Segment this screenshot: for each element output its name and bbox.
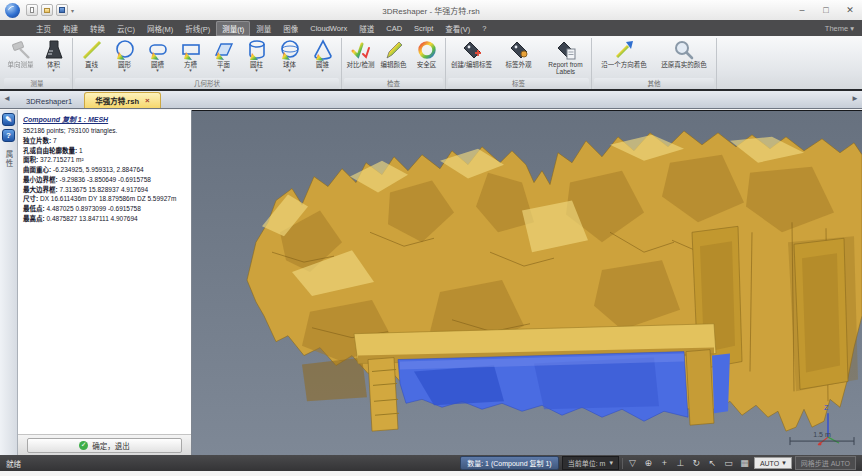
create-edit-labels-button[interactable]: 创建/编辑标签 — [448, 38, 495, 68]
properties-panel-tab[interactable]: 属性 — [3, 150, 14, 169]
menu-tab-help[interactable]: ? — [476, 22, 492, 35]
stat-holes: 孔或自由轮廓数量: 1 — [23, 146, 186, 156]
compare-inspect-button[interactable]: 对比/检测 — [344, 38, 377, 68]
chevron-down-icon[interactable]: ▾ — [123, 68, 126, 73]
annotate-icon[interactable]: ✎ — [2, 113, 15, 126]
plane-button[interactable]: 平面 ▾ — [207, 38, 240, 73]
tag-report-icon — [555, 39, 577, 61]
tab-scroll-right-icon[interactable]: ► — [851, 94, 859, 103]
open-file-icon[interactable] — [41, 4, 53, 16]
grid-step-field[interactable]: 网格步进 AUTO — [795, 456, 856, 470]
close-tab-icon[interactable]: × — [145, 96, 150, 105]
group-label-inspect: 检查 — [344, 78, 443, 89]
menu-tab-cloudworx[interactable]: CloudWorx — [304, 22, 353, 35]
filter-icon[interactable]: ▽ — [626, 457, 639, 470]
stat-centroid: 曲面重心: -6.234925, 5.959313, 2.884764 — [23, 165, 186, 175]
menu-tab-measure2[interactable]: 测量 — [250, 21, 277, 36]
sphere-icon — [279, 39, 301, 61]
main-area: ✎ ? 属性 Compound 复制 1 : MESH 352186 point… — [0, 110, 862, 455]
theme-selector[interactable]: Theme ▾ — [825, 24, 854, 33]
menu-tab-cloud[interactable]: 云(C) — [111, 21, 141, 36]
compare-icon — [350, 39, 372, 61]
report-from-labels-button[interactable]: Report from Labels — [542, 38, 589, 76]
chevron-down-icon[interactable]: ▾ — [222, 68, 225, 73]
magnifier-icon — [673, 39, 695, 61]
left-side-strip: ✎ ? 属性 — [0, 110, 18, 455]
doc-tab-huaqiangfangte-active[interactable]: 华强方特.rsh × — [84, 92, 160, 108]
viewport-3d[interactable]: Z 1.5 m — [192, 110, 862, 455]
pick-icon[interactable]: ↖ — [706, 457, 719, 470]
label-appearance-button[interactable]: 标签外观 — [495, 38, 542, 68]
grid-icon[interactable]: ▦ — [738, 457, 751, 470]
edit-colors-button[interactable]: 编辑颜色 — [377, 38, 410, 68]
group-label-other: 其他 — [594, 78, 714, 89]
restore-colors-button[interactable]: 还原真实的颜色 — [654, 38, 714, 68]
tab-scroll-left-icon[interactable]: ◄ — [3, 94, 11, 103]
units-dropdown[interactable]: 当前单位: m ▾ — [562, 456, 619, 470]
axis-z-label: Z — [824, 404, 829, 411]
chevron-down-icon[interactable]: ▾ — [189, 68, 192, 73]
stat-size: 尺寸: DX 16.611436m DY 18.879586m DZ 5.599… — [23, 194, 186, 204]
menu-tab-view[interactable]: 查看(V) — [439, 21, 476, 36]
qat-customize-arrow-icon[interactable]: ▾ — [71, 7, 74, 14]
maximize-button[interactable]: □ — [814, 1, 838, 19]
select-rect-icon[interactable]: ▭ — [722, 457, 735, 470]
minimize-button[interactable]: – — [790, 1, 814, 19]
ok-exit-button[interactable]: ✓ 确定，退出 — [27, 438, 182, 453]
square-slot-icon — [180, 39, 202, 61]
top-view-icon[interactable]: ⊥ — [674, 457, 687, 470]
menu-tab-polyline[interactable]: 折线(P) — [179, 21, 216, 36]
quick-access-toolbar: ▾ — [26, 4, 74, 16]
ribbon-tab-bar: 主页 构建 转换 云(C) 网格(M) 折线(P) 测量(t) 测量 图像 Cl… — [0, 20, 862, 36]
menu-tab-home[interactable]: 主页 — [30, 21, 57, 36]
menu-tab-mesh[interactable]: 网格(M) — [141, 21, 179, 36]
cone-button[interactable]: 圆锥 ▾ — [306, 38, 339, 73]
chevron-down-icon[interactable]: ▾ — [52, 68, 55, 73]
new-document-icon[interactable] — [26, 4, 38, 16]
menu-tab-image[interactable]: 图像 — [277, 21, 304, 36]
help-icon[interactable]: ? — [2, 129, 15, 142]
mesh-title: Compound 复制 1 : MESH — [23, 114, 186, 124]
tag-plus-icon — [461, 39, 483, 61]
one-way-measure-button[interactable]: 单向测量 — [4, 38, 37, 68]
chevron-down-icon: ▾ — [850, 24, 854, 33]
ribbon-group-other: 沿一个方向着色 还原真实的颜色 其他 — [592, 38, 717, 89]
chevron-down-icon[interactable]: ▾ — [255, 68, 258, 73]
chevron-down-icon[interactable]: ▾ — [288, 68, 291, 73]
hammer-icon — [10, 39, 32, 61]
status-bar: 就绪 数量: 1 (Compound 复制 1) 当前单位: m ▾ ▽ ⊕ +… — [0, 455, 862, 471]
mesh-model-3d[interactable]: Z 1.5 m — [192, 111, 862, 455]
doc-tab-3dreshaper1[interactable]: 3DReshaper1 — [16, 95, 82, 108]
sphere-button[interactable]: 球体 ▾ — [273, 38, 306, 73]
menu-tab-transform[interactable]: 转换 — [84, 21, 111, 36]
rotate-icon[interactable]: ↻ — [690, 457, 703, 470]
safety-zone-button[interactable]: 安全区 — [410, 38, 443, 68]
panel-footer: ✓ 确定，退出 — [18, 434, 191, 455]
auto-dropdown[interactable]: AUTO ▾ — [754, 457, 792, 469]
pan-icon[interactable]: + — [658, 457, 671, 470]
chevron-down-icon[interactable]: ▾ — [90, 68, 93, 73]
zoom-icon[interactable]: ⊕ — [642, 457, 655, 470]
scale-bar-label: 1.5 m — [813, 431, 831, 438]
circle-button[interactable]: 圆形 ▾ — [108, 38, 141, 73]
menu-tab-construct[interactable]: 构建 — [57, 21, 84, 36]
volume-button[interactable]: 体积 ▾ — [37, 38, 70, 73]
menu-tab-cad[interactable]: CAD — [380, 22, 408, 35]
cone-icon — [312, 39, 334, 61]
menu-tab-tunnel[interactable]: 隧道 — [353, 21, 380, 36]
square-slot-button[interactable]: 方槽 ▾ — [174, 38, 207, 73]
ribbon-group-measure: 单向测量 体积 ▾ 测量 — [2, 38, 73, 89]
round-slot-button[interactable]: 圆槽 ▾ — [141, 38, 174, 73]
stat-bbox-max: 最大边界框: 7.313675 15.828937 4.917694 — [23, 185, 186, 195]
chevron-down-icon[interactable]: ▾ — [156, 68, 159, 73]
stat-bbox-min: 最小边界框: -9.29836 -3.850649 -0.6915758 — [23, 175, 186, 185]
color-along-direction-button[interactable]: 沿一个方向着色 — [594, 38, 654, 68]
check-icon: ✓ — [79, 441, 88, 450]
cylinder-button[interactable]: 圆柱 ▾ — [240, 38, 273, 73]
line-button[interactable]: 直线 ▾ — [75, 38, 108, 73]
menu-tab-measure-active[interactable]: 测量(t) — [216, 21, 250, 36]
save-icon[interactable] — [56, 4, 68, 16]
close-button[interactable]: ✕ — [838, 1, 862, 19]
chevron-down-icon[interactable]: ▾ — [321, 68, 324, 73]
menu-tab-script[interactable]: Script — [408, 22, 439, 35]
